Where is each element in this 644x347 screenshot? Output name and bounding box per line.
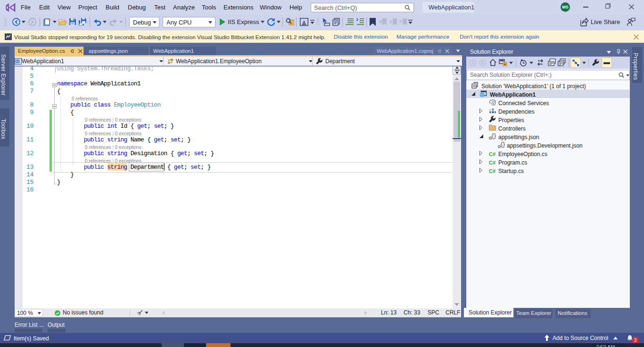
svg-text:}: } — [493, 132, 496, 140]
svg-text:}: } — [502, 141, 505, 148]
